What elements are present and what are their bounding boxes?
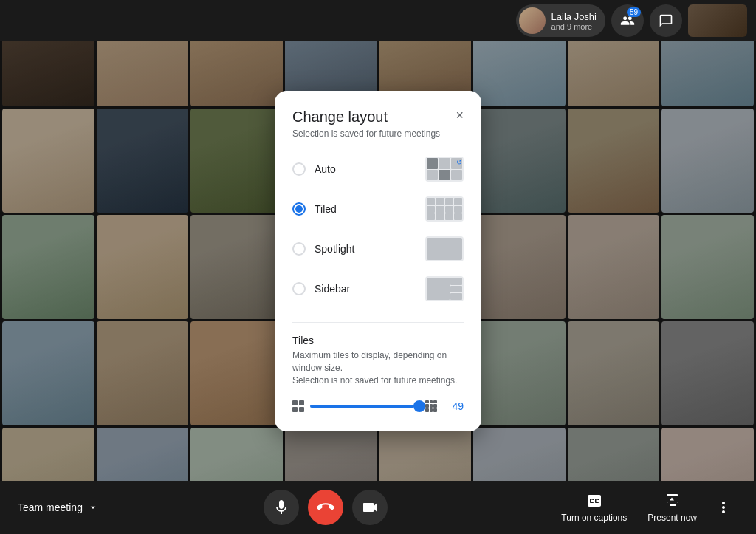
tiles-title: Tiles: [292, 335, 464, 346]
dialog-title: Change layout: [292, 109, 388, 126]
top-bar: Laila Joshi and 9 more 59: [0, 0, 756, 41]
user-sub: and 9 more: [551, 22, 597, 31]
mic-button[interactable]: [264, 490, 299, 525]
refresh-icon: ↺: [456, 158, 462, 166]
divider: [292, 322, 464, 323]
radio-auto: [292, 162, 306, 176]
change-layout-dialog: Change layout × Selection is saved for f…: [275, 91, 481, 431]
slider-row: 49: [292, 399, 464, 414]
layout-option-auto[interactable]: Auto ↺: [292, 151, 464, 188]
layout-label-spotlight: Spotlight: [315, 243, 354, 255]
chat-button[interactable]: [650, 4, 682, 37]
captions-label: Turn on captions: [561, 513, 627, 523]
present-label: Present now: [647, 513, 697, 523]
layout-options: Auto ↺ Tiled: [292, 151, 464, 307]
dialog-header: Change layout ×: [292, 109, 464, 126]
close-button[interactable]: ×: [456, 109, 464, 122]
meeting-name[interactable]: Team meeting: [18, 502, 99, 513]
tiles-desc: Maximum tiles to display, depending on w…: [292, 349, 464, 386]
thumb-spotlight: [425, 236, 464, 261]
dialog-subtitle: Selection is saved for future meetings: [292, 129, 464, 139]
layout-label-auto: Auto: [315, 163, 336, 175]
present-action[interactable]: Present now: [639, 486, 706, 529]
end-call-button[interactable]: [308, 490, 343, 525]
grid-small-icon: [292, 400, 304, 412]
call-controls: [264, 490, 388, 525]
thumb-sidebar: [425, 276, 464, 301]
participant-count-badge: 59: [627, 7, 641, 17]
user-text: Laila Joshi and 9 more: [551, 11, 597, 31]
thumb-tiled: [425, 196, 464, 222]
more-options-button[interactable]: [709, 493, 738, 522]
radio-tiled: [292, 202, 306, 216]
slider-value: 49: [443, 400, 464, 412]
avatar: [519, 7, 546, 34]
bottom-bar: Team meeting Turn on captions: [0, 481, 756, 534]
layout-option-tiled[interactable]: Tiled: [292, 191, 464, 227]
tiles-slider-wrap: [310, 399, 419, 414]
radio-sidebar: [292, 282, 306, 295]
layout-option-spotlight[interactable]: Spotlight: [292, 230, 464, 267]
captions-action[interactable]: Turn on captions: [552, 486, 636, 529]
bottom-right-actions: Turn on captions Present now: [552, 486, 738, 529]
radio-spotlight: [292, 242, 306, 256]
thumb-auto: ↺: [425, 157, 464, 182]
user-name: Laila Joshi: [551, 11, 597, 22]
modal-overlay: Change layout × Selection is saved for f…: [0, 41, 756, 481]
grid-large-icon: [425, 400, 437, 412]
user-info: Laila Joshi and 9 more: [516, 4, 605, 37]
layout-option-sidebar[interactable]: Sidebar: [292, 270, 464, 307]
self-video: [688, 4, 747, 37]
participants-button[interactable]: 59: [611, 4, 644, 37]
camera-button[interactable]: [352, 490, 388, 525]
layout-label-sidebar: Sidebar: [315, 283, 350, 295]
layout-label-tiled: Tiled: [315, 203, 337, 215]
